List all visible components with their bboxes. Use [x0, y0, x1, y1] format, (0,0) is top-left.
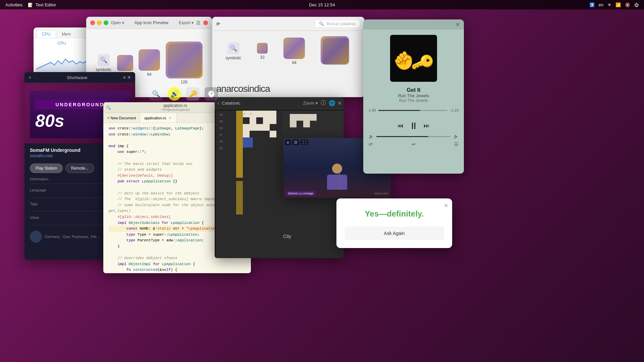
app-preview-right-window: ⟳ 🔍 Buscar palabras 🔍 symbolic 32 64	[212, 17, 365, 97]
svg-rect-33	[310, 114, 317, 121]
tab-cpu[interactable]: CPU	[36, 30, 56, 38]
progress-fill	[378, 110, 420, 111]
svg-rect-11	[243, 131, 250, 137]
pause-button[interactable]: ⏸	[409, 120, 418, 131]
repeat-button[interactable]: ⇌	[412, 141, 416, 147]
dialog-window: ✕ Yes—definitely. Ask Again	[336, 198, 452, 248]
volume-bar[interactable]	[376, 136, 451, 137]
language-label: Language	[30, 188, 46, 192]
shuffle-button[interactable]: ⇄	[369, 141, 373, 147]
svg-rect-20	[263, 124, 270, 131]
add-station-button[interactable]: +	[29, 75, 31, 80]
preview-symbolic-icon: 🔍	[230, 45, 237, 52]
music-artist: Run The Jewels	[369, 93, 459, 98]
queue-button[interactable]: ☰	[454, 141, 459, 147]
minimize-button[interactable]	[97, 20, 102, 25]
progress-bar[interactable]	[378, 110, 447, 111]
window-close[interactable]	[203, 20, 208, 25]
menu-button[interactable]: ≡	[123, 75, 126, 80]
back-button[interactable]: ‹	[217, 100, 219, 106]
history-icon: ⟳	[216, 21, 220, 26]
remote-button[interactable]: Remote...	[65, 164, 94, 173]
tab-application-rs[interactable]: application.rs ✕	[140, 113, 176, 123]
svg-text:17: 17	[219, 133, 223, 136]
play-station-button[interactable]: Play Station	[30, 164, 63, 173]
dict-search-placeholder: Buscar palabras	[327, 21, 356, 26]
lang-indicator: en	[599, 2, 603, 7]
svg-rect-13	[256, 124, 263, 131]
station-description: Germany · Goa, Psytrance, Trib...	[45, 235, 100, 239]
tab-close-button[interactable]: ✕	[168, 116, 172, 120]
dialog-close-btn[interactable]: ✕	[444, 202, 448, 209]
video-fullscreen-btn[interactable]: ⛶	[301, 139, 308, 145]
preview-icon-32: 32	[257, 43, 268, 60]
tab-mem[interactable]: Mem	[56, 30, 76, 38]
preview-icon-large	[321, 36, 351, 66]
shortwave-titlebar: + Shortwave ≡ ✕	[24, 72, 135, 83]
search-toggle-icon[interactable]: 🔍	[106, 105, 111, 110]
ask-again-btn[interactable]: Ask Again	[344, 227, 444, 240]
svg-rect-30	[290, 114, 297, 121]
music-track-title: Get It	[369, 87, 459, 93]
dialog-text: Yes—definitely.	[344, 209, 444, 219]
music-album-art: ✊ 🔑	[390, 35, 437, 82]
open-button[interactable]: Open ▾	[111, 20, 124, 25]
icon-128: 128	[166, 42, 203, 84]
maximize-button[interactable]	[104, 20, 108, 25]
window-title: App Icon Preview	[124, 20, 179, 25]
topbar-datetime: Dec 15 12:54	[309, 2, 335, 7]
music-progress: 1:40 -1:19	[363, 103, 464, 118]
globe-icon[interactable]: 🌐	[329, 100, 335, 106]
topbar: Activities 📝 Text Editor Dec 15 12:54 ♿ …	[0, 0, 644, 9]
speaker-figure	[327, 164, 347, 190]
music-album: Run The Jewels	[369, 98, 459, 103]
app-preview-titlebar: Open ▾ App Icon Preview Export ▾ ☰	[86, 17, 212, 29]
preview-icon-64: 64	[283, 38, 305, 65]
svg-marker-0	[36, 59, 87, 72]
tab-new-document[interactable]: New Document	[103, 113, 140, 123]
svg-rect-10	[243, 124, 250, 131]
search-icon: 🔍	[319, 21, 324, 26]
music-time-current: 1:40	[369, 108, 376, 112]
video-top-controls: ≡ ⊡ ⛶	[285, 139, 308, 145]
volume-fill	[376, 136, 428, 137]
music-window: ✕ ✊ 🔑 Get It Run The Jewels Run The Jewe…	[363, 19, 464, 174]
menu-icon[interactable]: ☰	[196, 20, 201, 25]
next-button[interactable]: ⏭	[424, 122, 430, 129]
key-icon: 🔑	[189, 90, 197, 98]
menu-icon[interactable]: ≡	[338, 100, 341, 106]
icon-symbolic: 🔍 symbolic	[96, 54, 111, 72]
svg-rect-17	[270, 111, 276, 117]
topbar-right: ♿ en ☀ 📶 🔇 ⏻	[589, 2, 639, 7]
loupe-icon: 🔍	[152, 90, 160, 98]
svg-rect-5	[243, 137, 253, 147]
music-volume: 🔉 🔊	[363, 134, 464, 141]
clock-icon: 🕐	[207, 90, 216, 98]
close-button[interactable]	[90, 20, 95, 25]
accessibility-icon: ♿	[589, 2, 595, 7]
activities-button[interactable]: Activities	[5, 2, 22, 7]
brightness-icon: ☀	[607, 2, 611, 7]
modified-indicator	[107, 117, 109, 119]
export-button[interactable]: Export ▾	[179, 20, 194, 25]
info-icon[interactable]: ⓘ	[321, 100, 326, 107]
power-icon: ⏻	[634, 2, 639, 7]
votes-label: Votes	[30, 216, 39, 220]
person-head	[332, 164, 342, 174]
svg-rect-19	[270, 117, 276, 124]
close-button[interactable]: ✕	[127, 75, 131, 80]
svg-text:15: 15	[219, 120, 223, 123]
svg-rect-8	[256, 111, 263, 117]
app-icon-sound: 🔊	[168, 87, 181, 101]
zoom-button[interactable]: Zoom ▾	[303, 101, 318, 106]
music-controls: ⏮ ⏸ ⏭	[363, 118, 464, 134]
symbolic-icon: 🔍	[100, 56, 107, 64]
video-pip-btn[interactable]: ⊡	[292, 139, 299, 145]
music-close-btn[interactable]: ✕	[455, 21, 460, 28]
prev-button[interactable]: ⏮	[397, 122, 404, 129]
topbar-left: Activities 📝 Text Editor	[5, 2, 56, 7]
icon-48	[117, 55, 133, 71]
video-menu-btn[interactable]: ≡	[285, 139, 291, 145]
svg-text:16: 16	[219, 126, 223, 130]
map-toolbar: ‹ Catatonic Zoom ▾ ⓘ 🌐 ≡	[215, 97, 344, 109]
